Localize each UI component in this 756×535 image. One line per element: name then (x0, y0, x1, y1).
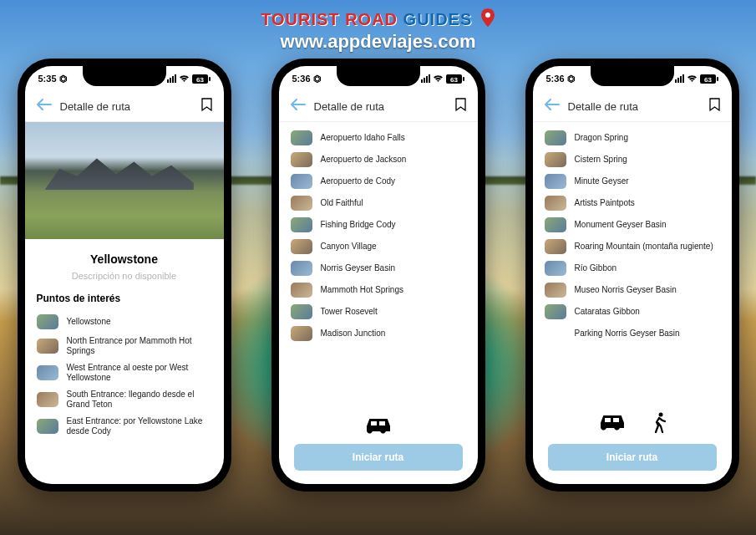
poi-label: Parking Norris Geyser Basin (575, 329, 680, 339)
start-route-button[interactable]: Iniciar ruta (294, 444, 463, 471)
list-item[interactable]: Artists Paintpots (545, 192, 720, 214)
poi-list[interactable]: Aeropuerto Idaho FallsAeropuerto de Jack… (279, 122, 478, 409)
phone-notch (591, 66, 674, 86)
status-time: 5:36 ⏣ (292, 74, 322, 84)
list-item[interactable]: Río Gibbon (545, 257, 720, 279)
svg-text:63: 63 (196, 75, 204, 83)
route-hero-image (25, 122, 224, 239)
bookmark-icon[interactable] (201, 98, 212, 115)
poi-label: Dragon Spring (575, 133, 628, 143)
phone-mockup-2: 5:36 ⏣ 63 Detalle de ruta Aeropuerto Ida… (271, 59, 485, 492)
poi-thumbnail (291, 304, 312, 319)
poi-label: Tower Rosevelt (321, 307, 378, 317)
poi-thumbnail (291, 261, 312, 276)
poi-thumbnail (37, 419, 58, 434)
brand-url: www.appdeviajes.com (0, 31, 756, 53)
svg-rect-2 (209, 77, 211, 81)
start-route-button[interactable]: Iniciar ruta (548, 444, 717, 471)
list-item[interactable]: Minute Geyser (545, 171, 720, 192)
list-item[interactable]: Aeropuerto Idaho Falls (291, 127, 466, 149)
svg-rect-10 (717, 77, 718, 81)
list-item[interactable]: Aeropuerto de Cody (291, 171, 466, 192)
list-item[interactable]: Fishing Bridge Cody (291, 214, 466, 236)
svg-text:63: 63 (704, 75, 712, 83)
poi-thumbnail (37, 339, 58, 354)
list-item[interactable]: Mammoth Hot Springs (291, 279, 466, 301)
page-title: Detalle de ruta (60, 100, 193, 113)
poi-section-header: Puntos de interés (25, 293, 224, 309)
poi-label: South Entrance: llegando desde el Grand … (67, 390, 212, 410)
list-item[interactable]: North Entrance por Mammoth Hot Springs (37, 333, 212, 359)
signal-icon (167, 74, 176, 83)
list-item[interactable]: Monument Geyser Basin (545, 214, 720, 236)
list-item[interactable]: Cataratas Gibbon (545, 301, 720, 323)
poi-thumbnail (291, 130, 312, 145)
poi-label: Norris Geyser Basin (321, 263, 395, 273)
list-item[interactable]: Cistern Spring (545, 149, 720, 171)
list-item[interactable]: Yellowstone (37, 311, 212, 333)
walk-icon[interactable] (652, 412, 667, 437)
route-subtitle: Descripción no disponible (25, 271, 224, 281)
car-icon[interactable] (598, 412, 627, 437)
poi-label: West Entrance al oeste por West Yellowst… (67, 363, 212, 383)
svg-rect-5 (463, 77, 464, 81)
phone-notch (337, 66, 420, 86)
poi-thumbnail (291, 239, 312, 254)
brand-word-1: TOURIST ROAD (261, 10, 398, 28)
poi-label: Cataratas Gibbon (575, 307, 640, 317)
status-time: 5:36 ⏣ (546, 74, 576, 84)
list-item[interactable]: West Entrance al oeste por West Yellowst… (37, 359, 212, 386)
list-item[interactable]: Norris Geyser Basin (291, 257, 466, 279)
back-button[interactable] (291, 99, 306, 114)
transport-modes (294, 415, 463, 437)
list-item[interactable]: Old Faithful (291, 192, 466, 214)
poi-list[interactable]: Dragon SpringCistern SpringMinute Geyser… (533, 122, 732, 405)
signal-icon (675, 74, 684, 83)
list-item[interactable]: Tower Rosevelt (291, 301, 466, 323)
list-item[interactable]: South Entrance: llegando desde el Grand … (37, 386, 212, 413)
list-item[interactable]: Canyon Village (291, 236, 466, 257)
poi-thumbnail (291, 217, 312, 232)
poi-label: Aeropuerto de Jackson (321, 155, 407, 165)
transport-modes (548, 412, 717, 437)
poi-label: Aeropuerto de Cody (321, 176, 396, 186)
poi-thumbnail (291, 196, 312, 211)
svg-rect-12 (605, 418, 611, 422)
poi-label: Old Faithful (321, 198, 363, 208)
bookmark-icon[interactable] (455, 98, 466, 115)
back-button[interactable] (545, 99, 560, 114)
poi-label: Río Gibbon (575, 263, 617, 273)
phone-mockup-3: 5:36 ⏣ 63 Detalle de ruta Dragon SpringC… (525, 59, 739, 492)
poi-thumbnail (545, 261, 566, 276)
poi-thumbnail (291, 174, 312, 189)
list-item[interactable]: Madison Junction (291, 323, 466, 344)
poi-label: Artists Paintpots (575, 198, 635, 208)
list-item[interactable]: Parking Norris Geyser Basin (545, 323, 720, 344)
list-item[interactable]: Roaring Mountain (montaña rugiente) (545, 236, 720, 257)
poi-thumbnail (545, 304, 566, 319)
poi-label: Yellowstone (67, 317, 111, 327)
battery-icon: 63 (192, 74, 211, 84)
svg-rect-7 (371, 421, 377, 425)
car-icon[interactable] (364, 415, 393, 437)
poi-thumbnail (545, 283, 566, 298)
poi-label: Mammoth Hot Springs (321, 285, 403, 295)
bookmark-icon[interactable] (709, 98, 720, 115)
poi-label: East Entrance: por Yellowstone Lake desd… (67, 416, 212, 436)
route-name: Yellowstone (25, 252, 224, 266)
back-button[interactable] (37, 99, 52, 114)
list-item[interactable]: Aeropuerto de Jackson (291, 149, 466, 171)
svg-text:63: 63 (450, 75, 458, 83)
list-item[interactable]: Dragon Spring (545, 127, 720, 149)
list-item[interactable]: East Entrance: por Yellowstone Lake desd… (37, 413, 212, 440)
page-title: Detalle de ruta (568, 100, 701, 113)
brand-header: TOURIST ROAD GUIDES www.appdeviajes.com (0, 8, 756, 53)
poi-label: Cistern Spring (575, 155, 627, 165)
signal-icon (421, 74, 430, 83)
map-pin-icon (480, 8, 495, 31)
poi-thumbnail (291, 152, 312, 167)
poi-list[interactable]: YellowstoneNorth Entrance por Mammoth Ho… (25, 309, 224, 484)
list-item[interactable]: Museo Norris Geyser Basin (545, 279, 720, 301)
svg-rect-8 (379, 421, 385, 425)
poi-thumbnail (37, 314, 58, 329)
